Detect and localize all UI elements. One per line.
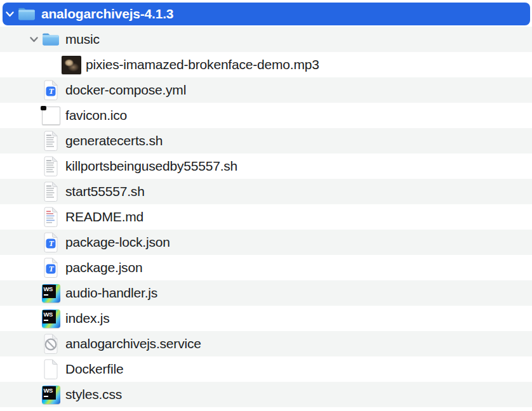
file-name: audio-handler.js xyxy=(65,285,157,301)
finder-file-list: analogarchivejs-4.1.3 music pixies-imama… xyxy=(0,0,532,407)
file-row-package-lock-json[interactable]: T package-lock.json xyxy=(0,230,532,255)
album-art-thumbnail-icon xyxy=(61,52,81,77)
file-name: index.js xyxy=(65,311,110,326)
folder-icon xyxy=(41,27,61,52)
svg-text:T: T xyxy=(49,86,55,96)
file-name: package-lock.json xyxy=(65,235,170,250)
file-row-readme-md[interactable]: README.md xyxy=(0,204,532,230)
file-row-start55557-sh[interactable]: start55557.sh xyxy=(0,179,532,204)
file-name: favicon.ico xyxy=(65,108,127,123)
text-doc-blue-badge-icon: T xyxy=(41,230,61,255)
file-row-analogarchivejs-service[interactable]: analogarchivejs.service xyxy=(0,331,532,356)
blank-doc-icon xyxy=(41,356,61,382)
webstorm-file-icon: WS xyxy=(41,382,61,407)
file-row-docker-compose-yml[interactable]: T docker-compose.yml xyxy=(0,77,532,103)
file-row-package-json[interactable]: T package.json xyxy=(0,255,532,280)
file-name: README.md xyxy=(65,209,143,225)
file-row-index-js[interactable]: WS index.js xyxy=(0,306,532,331)
text-doc-blue-badge-icon: T xyxy=(41,77,61,103)
file-row-audio-handler-js[interactable]: WS audio-handler.js xyxy=(0,280,532,306)
file-name: generatecerts.sh xyxy=(65,133,163,148)
favicon-thumbnail-icon xyxy=(41,103,61,128)
file-row-generatecerts-sh[interactable]: generatecerts.sh xyxy=(0,128,532,153)
file-row-music-folder[interactable]: music xyxy=(0,27,532,52)
file-row-killports-sh[interactable]: killportsbeingusedby55557.sh xyxy=(0,153,532,179)
svg-text:T: T xyxy=(49,264,55,273)
file-name: docker-compose.yml xyxy=(65,82,186,98)
shell-script-doc-icon xyxy=(41,128,61,153)
file-row-analogarchivejs-folder[interactable]: analogarchivejs-4.1.3 xyxy=(0,1,532,27)
file-name: Dockerfile xyxy=(65,362,123,377)
file-name: styles.css xyxy=(65,387,122,402)
shell-script-doc-icon xyxy=(41,153,61,179)
text-doc-blue-badge-icon: T xyxy=(41,255,61,280)
svg-text:T: T xyxy=(49,238,55,248)
prohibited-doc-icon xyxy=(41,331,61,356)
file-row-dockerfile[interactable]: Dockerfile xyxy=(0,356,532,382)
file-name: analogarchivejs.service xyxy=(65,336,201,351)
file-row-pixies-mp3[interactable]: pixies-imamazed-brokenface-demo.mp3 xyxy=(0,52,532,77)
file-name: start55557.sh xyxy=(65,184,145,199)
markdown-doc-icon xyxy=(41,204,61,230)
shell-script-doc-icon xyxy=(41,179,61,204)
file-name: killportsbeingusedby55557.sh xyxy=(65,159,237,174)
webstorm-file-icon: WS xyxy=(41,306,61,331)
chevron-down-icon[interactable] xyxy=(3,1,17,27)
file-row-styles-css[interactable]: WS styles.css xyxy=(0,382,532,407)
file-row-favicon-ico[interactable]: favicon.ico xyxy=(0,103,532,128)
webstorm-file-icon: WS xyxy=(41,280,61,306)
chevron-down-icon[interactable] xyxy=(27,27,41,52)
file-name: package.json xyxy=(65,260,142,275)
file-name: pixies-imamazed-brokenface-demo.mp3 xyxy=(86,57,319,72)
folder-icon xyxy=(17,1,37,27)
file-name: analogarchivejs-4.1.3 xyxy=(41,6,173,22)
file-name: music xyxy=(65,32,100,47)
